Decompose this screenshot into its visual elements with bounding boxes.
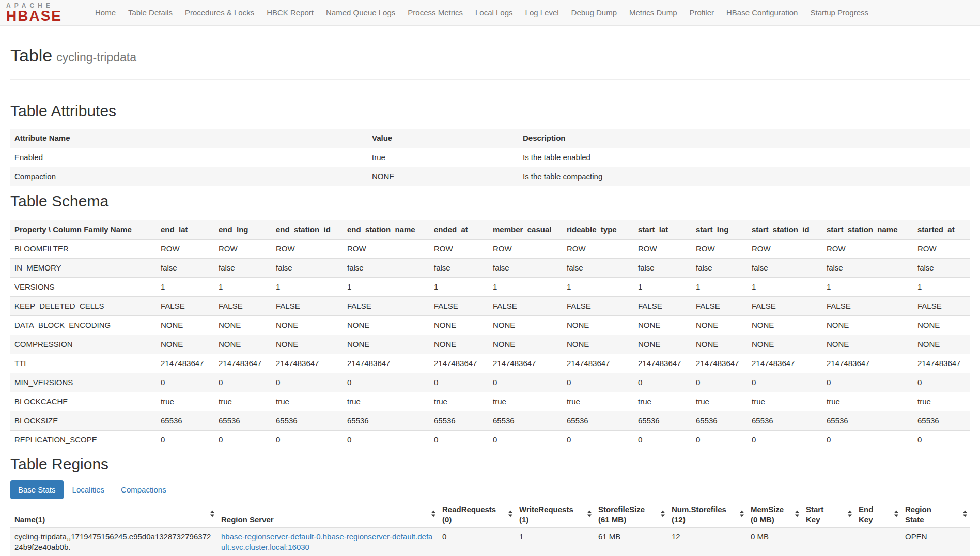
regions-col-start-key[interactable]: StartKey	[802, 500, 854, 528]
regions-col-label: Num.Storefiles	[672, 505, 726, 514]
schema-corner-header: Property \ Column Family Name	[10, 220, 157, 240]
schema-value-cell: 65536	[489, 411, 563, 431]
regions-tab-link-compactions[interactable]: Compactions	[113, 480, 174, 499]
regions-col-write-requests[interactable]: WriteRequests(1)	[515, 500, 594, 528]
schema-value-cell: NONE	[913, 316, 970, 335]
schema-family-ended-at: ended_at	[430, 220, 489, 240]
schema-value-cell: 2147483647	[343, 354, 430, 373]
logo-hbase-text: HBASE	[6, 9, 62, 23]
nav-item-log-level[interactable]: Log Level	[519, 0, 565, 26]
regions-col-mem-size[interactable]: MemSize(0 MB)	[746, 500, 802, 528]
regions-col-label: (1)	[519, 515, 528, 524]
nav-item-process-metrics[interactable]: Process Metrics	[401, 0, 469, 26]
nav-item-local-logs[interactable]: Local Logs	[469, 0, 519, 26]
sort-icon[interactable]	[848, 511, 852, 517]
schema-value-cell: false	[214, 259, 272, 278]
schema-value-cell: true	[634, 392, 692, 411]
regions-tab-link-base-stats[interactable]: Base Stats	[10, 480, 64, 499]
nav-item-metrics-dump[interactable]: Metrics Dump	[623, 0, 683, 26]
regions-col-read-requests[interactable]: ReadRequests(0)	[438, 500, 515, 528]
schema-value-cell: NONE	[563, 316, 634, 335]
sort-icon[interactable]	[210, 511, 214, 517]
schema-family-started-at: started_at	[913, 220, 970, 240]
schema-property-cell: MIN_VERSIONS	[10, 373, 157, 392]
schema-value-cell: ROW	[343, 240, 430, 259]
schema-value-cell: 2147483647	[692, 354, 748, 373]
schema-value-cell: 1	[272, 278, 343, 297]
sort-icon[interactable]	[431, 511, 435, 517]
schema-value-cell: 1	[214, 278, 272, 297]
schema-value-cell: NONE	[692, 316, 748, 335]
table-row: MIN_VERSIONS000000000000	[10, 373, 970, 392]
nav-item-hbase-configuration[interactable]: HBase Configuration	[720, 0, 804, 26]
nav-item-debug-dump[interactable]: Debug Dump	[565, 0, 623, 26]
nav-item-table-details[interactable]: Table Details	[122, 0, 179, 26]
schema-family-start-lat: start_lat	[634, 220, 692, 240]
attributes-col-description: Description	[519, 129, 970, 148]
schema-value-cell: 65536	[157, 411, 214, 431]
sort-icon[interactable]	[740, 511, 744, 517]
region-write-requests-cell: 1	[515, 528, 594, 556]
schema-value-cell: true	[822, 392, 913, 411]
sort-icon[interactable]	[795, 511, 799, 517]
sort-icon[interactable]	[587, 511, 592, 517]
schema-value-cell: 2147483647	[563, 354, 634, 373]
schema-value-cell: 65536	[563, 411, 634, 431]
sort-icon[interactable]	[508, 511, 512, 517]
region-server-link[interactable]: hbase-regionserver-default-0.hbase-regio…	[221, 532, 432, 551]
schema-value-cell: 65536	[913, 411, 970, 431]
attribute-value-cell: true	[368, 148, 519, 167]
nav-item-profiler[interactable]: Profiler	[683, 0, 721, 26]
schema-value-cell: NONE	[822, 335, 913, 354]
regions-col-storefile-size[interactable]: StorefileSize(61 MB)	[594, 500, 667, 528]
schema-value-cell: ROW	[157, 240, 214, 259]
schema-value-cell: FALSE	[563, 297, 634, 316]
regions-col-label: MemSize	[751, 505, 784, 514]
nav-item-startup-progress[interactable]: Startup Progress	[804, 0, 875, 26]
nav-item-procedures-locks[interactable]: Procedures & Locks	[179, 0, 260, 26]
nav-item-hbck-report[interactable]: HBCK Report	[260, 0, 320, 26]
schema-value-cell: true	[563, 392, 634, 411]
table-row: BLOOMFILTERROWROWROWROWROWROWROWROWROWRO…	[10, 240, 970, 259]
schema-value-cell: 65536	[822, 411, 913, 431]
regions-col-num-storefiles[interactable]: Num.Storefiles(12)	[667, 500, 746, 528]
schema-value-cell: 2147483647	[430, 354, 489, 373]
schema-value-cell: NONE	[748, 335, 822, 354]
schema-value-cell: 0	[214, 373, 272, 392]
schema-value-cell: FALSE	[489, 297, 563, 316]
sort-icon[interactable]	[661, 511, 665, 517]
schema-value-cell: true	[430, 392, 489, 411]
nav-item-named-queue-logs[interactable]: Named Queue Logs	[320, 0, 401, 26]
regions-col-label: WriteRequests	[519, 505, 573, 514]
schema-value-cell: 0	[913, 431, 970, 450]
sort-icon[interactable]	[963, 511, 967, 517]
schema-value-cell: 0	[822, 431, 913, 450]
table-row: BLOCKCACHEtruetruetruetruetruetruetruetr…	[10, 392, 970, 411]
schema-value-cell: 0	[692, 373, 748, 392]
regions-col-label: (61 MB)	[598, 515, 626, 524]
schema-value-cell: false	[563, 259, 634, 278]
schema-value-cell: 0	[822, 373, 913, 392]
schema-property-cell: COMPRESSION	[10, 335, 157, 354]
schema-value-cell: 65536	[748, 411, 822, 431]
schema-value-cell: FALSE	[430, 297, 489, 316]
regions-col-label: (0 MB)	[751, 515, 774, 524]
regions-col-end-key[interactable]: EndKey	[854, 500, 901, 528]
schema-value-cell: false	[489, 259, 563, 278]
regions-col-name[interactable]: Name(1)	[10, 500, 217, 528]
schema-value-cell: 2147483647	[214, 354, 272, 373]
regions-tab-link-localities[interactable]: Localities	[65, 480, 113, 499]
schema-value-cell: 1	[343, 278, 430, 297]
schema-value-cell: true	[489, 392, 563, 411]
regions-col-region-state[interactable]: RegionState	[901, 500, 970, 528]
regions-col-region-server[interactable]: Region Server	[217, 500, 438, 528]
sort-icon[interactable]	[894, 511, 898, 517]
table-row: EnabledtrueIs the table enabled	[10, 148, 970, 167]
schema-value-cell: 1	[489, 278, 563, 297]
nav-item-home[interactable]: Home	[89, 0, 122, 26]
table-schema: Property \ Column Family Nameend_latend_…	[10, 220, 970, 449]
schema-value-cell: FALSE	[692, 297, 748, 316]
regions-col-label: Name(1)	[14, 515, 45, 524]
hbase-logo[interactable]: APACHE HBASE	[6, 3, 62, 23]
schema-property-cell: IN_MEMORY	[10, 259, 157, 278]
